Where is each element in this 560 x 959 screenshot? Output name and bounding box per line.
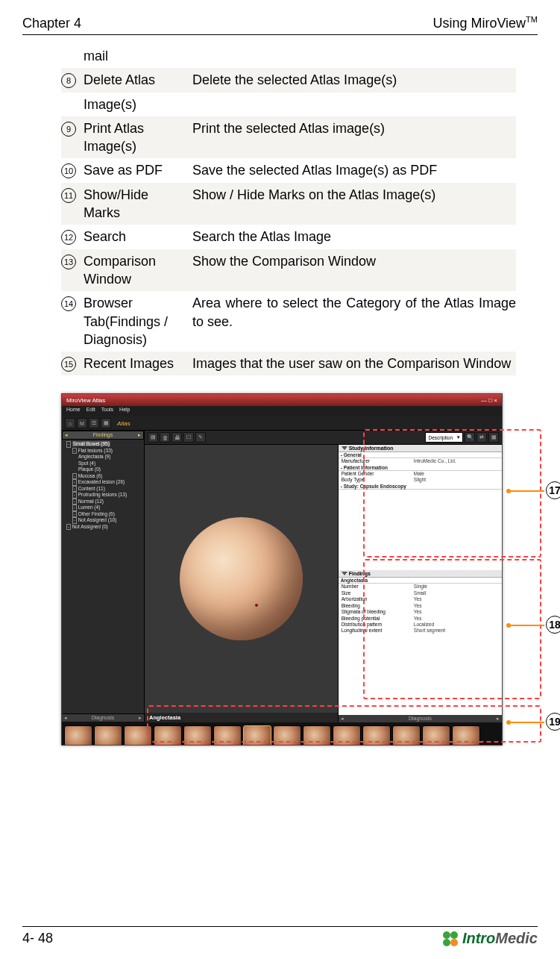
menu-item[interactable]: Home [66,407,81,416]
toolbar-btn-grid-icon[interactable]: ▦ [101,418,111,428]
sub-toolbar: ▤ 🗑 🖶 ☐ ✎ Description ▾ 🔍 [145,431,502,445]
table-row: 13Comparison WindowShow the Comparison W… [61,249,516,292]
callout-connector [509,490,544,492]
tree-node[interactable]: -Mucosa (6) [72,473,141,480]
info-area: Study Information - GeneralManufacturerI… [338,445,502,722]
tree-node[interactable]: -Flat lesions (33) [72,448,141,454]
brand-logo: IntroMedic [443,930,538,947]
sub-btn-icon[interactable]: ☐ [183,432,194,443]
table-row: 11Show/Hide MarksShow / Hide Marks on th… [61,183,516,225]
titlebar: MiroView Atlas — □ × [62,394,502,406]
tree-node[interactable]: -Content (11) [72,486,141,493]
callout-connector [509,625,544,626]
clover-icon [443,931,458,946]
thumbnail[interactable] [273,725,301,746]
tree-node[interactable]: Spot (4) [78,460,141,466]
tree-node[interactable]: -Lumen (4) [72,505,141,511]
menubar[interactable]: HomeEditToolsHelp [62,406,502,416]
table-row: 12SearchSearch the Atlas Image [61,225,516,249]
findings-body: AngiectasiaNumberSingleSizeSmallArboriza… [339,578,502,634]
atlas-heading: Atlas [117,420,130,427]
study-info-body: - GeneralManufacturerIntroMedic Co., Ltd… [339,452,502,489]
thumbnail[interactable] [64,725,92,746]
tree-node[interactable]: Plaque (0) [78,466,141,472]
thumbnail[interactable] [452,725,480,746]
header-right: Using MiroViewTM [432,15,538,31]
table-row: mail [61,44,516,68]
thumbnail[interactable] [243,725,271,746]
grid-icon[interactable]: ▦ [488,432,499,443]
menu-item[interactable]: Tools [101,407,113,416]
callout-connector [509,722,544,723]
chevron-down-icon [342,446,347,450]
sub-btn-icon[interactable]: 🗑 [160,432,170,443]
tree-node[interactable]: -Normal (12) [72,499,141,505]
thumbnail[interactable] [333,725,361,746]
image-caption: Angiectasia [145,713,338,722]
thumbnail[interactable] [154,725,182,746]
main-pane: ▤ 🗑 🖶 ☐ ✎ Description ▾ 🔍 [145,431,502,722]
titlebar-title: MiroView Atlas [66,397,105,404]
sub-btn-icon[interactable]: ✎ [195,432,206,443]
compare-icon[interactable]: ⇄ [476,432,487,443]
callout-number-19: 19 [546,713,560,731]
sidebar-tab-diagnosis[interactable]: ◂ Diagnosis ▸ [62,713,144,722]
chevron-down-icon [342,572,347,575]
page-footer: 4- 48 IntroMedic [22,926,538,947]
window-controls[interactable]: — □ × [481,397,497,404]
page-number: 4- 48 [22,931,53,946]
menu-item[interactable]: Edit [86,407,95,416]
thumbnail[interactable] [362,725,391,746]
toolbar-btn-m-icon[interactable]: M [77,418,87,428]
table-row: Image(s) [61,93,516,116]
thumbnail[interactable] [124,725,152,746]
findings-tree[interactable]: -Small Bowel (95)-Flat lesions (33)Angie… [62,440,144,531]
thumbnail[interactable] [422,725,450,746]
screenshot-area: MiroView Atlas — □ × HomeEditToolsHelp ⌂… [61,393,538,759]
tree-node[interactable]: -Small Bowel (95) [66,441,141,448]
table-row: 8Delete AtlasDelete the selected Atlas I… [61,68,516,92]
callout-number-18: 18 [546,616,560,634]
sidebar-tab-findings[interactable]: ◂ Findings ▸ [62,431,144,440]
tree-node[interactable]: -Not Assigned (0) [66,524,141,531]
endoscope-image [180,517,303,640]
callout-number-17: 17 [546,481,560,499]
table-row: 15Recent ImagesImages that the user saw … [61,352,516,375]
chapter-label: Chapter 4 [22,16,81,31]
thumbnail[interactable] [303,725,331,746]
page-header: Chapter 4 Using MiroViewTM [22,15,538,35]
tree-node[interactable]: -Excavated lesion (26) [72,479,141,486]
toolbar-btn-doc-icon[interactable]: ☲ [89,418,99,428]
search-icon[interactable]: 🔍 [465,432,475,443]
sub-btn-icon[interactable]: ▤ [148,432,158,443]
app-window: MiroView Atlas — □ × HomeEditToolsHelp ⌂… [61,393,503,746]
thumbnail[interactable] [213,725,242,746]
thumbnail-strip[interactable] [62,722,502,746]
tree-node[interactable]: -Other Finding (6) [72,511,141,518]
tree-node[interactable]: Angiectasia (9) [78,454,141,460]
tree-node[interactable]: -Protruding lesions (13) [72,492,141,499]
thumbnail[interactable] [94,725,122,746]
diagnosis-bar[interactable]: ◂ Diagnosis ▸ [339,715,502,722]
toolbar: ⌂ M ☲ ▦ Atlas [62,416,502,431]
thumbnail[interactable] [392,725,421,746]
findings-header[interactable]: Findings [339,570,502,578]
image-viewer: Angiectasia [145,445,338,722]
function-table: mail8Delete AtlasDelete the selected Atl… [61,44,516,375]
sidebar: ◂ Findings ▸ -Small Bowel (95)-Flat lesi… [62,431,145,722]
image-holder [145,445,338,713]
study-info-header[interactable]: Study Information [339,445,502,452]
sort-dropdown[interactable]: Description ▾ [425,432,463,443]
tree-node[interactable]: -Not Assigned (10) [72,517,141,524]
table-row: 14Browser Tab(Findings / Diagnosis)Area … [61,291,516,352]
thumbnail[interactable] [183,725,212,746]
menu-item[interactable]: Help [119,407,130,416]
sub-btn-icon[interactable]: 🖶 [172,432,182,443]
table-row: 10Save as PDFSave the selected Atlas Ima… [61,158,516,182]
table-row: 9Print Atlas Image(s)Print the selected … [61,116,516,159]
toolbar-btn-home-icon[interactable]: ⌂ [65,418,75,428]
